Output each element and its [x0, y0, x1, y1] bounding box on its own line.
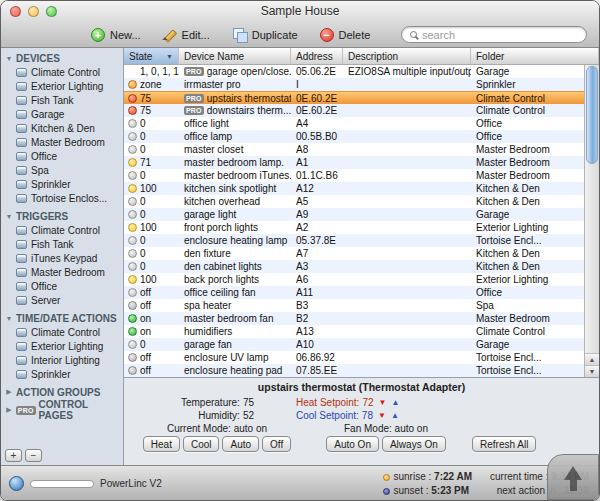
folder-icon [16, 194, 27, 203]
sidebar-item-fish-tank[interactable]: Fish Tank [1, 237, 123, 251]
disclosure-triangle-icon[interactable]: ▼ [5, 55, 13, 62]
cool-setpoint-decrease-icon[interactable]: ▼ [378, 410, 386, 422]
sidebar-item-master-bedroom[interactable]: Master Bedroom [1, 265, 123, 279]
device-name: den cabinet lights [184, 260, 262, 273]
table-row[interactable]: offenclosure UV lamp06.86.92Tortoise Enc… [124, 351, 584, 364]
scrollbar-thumb[interactable] [586, 66, 598, 164]
close-button[interactable] [10, 6, 21, 17]
column-header-folder[interactable]: Folder [471, 48, 599, 64]
column-header-device-name[interactable]: Device Name [179, 48, 291, 64]
search-field[interactable] [401, 26, 587, 43]
sidebar-item-sprinkler[interactable]: Sprinkler [1, 367, 123, 381]
sidebar-item-itunes-keypad[interactable]: iTunes Keypad [1, 251, 123, 265]
sidebar-section-triggers[interactable]: ▼TRIGGERS [1, 209, 123, 223]
device-name: garage light [184, 208, 236, 221]
window-chrome: Sample House + New... Edit... Duplicate … [1, 1, 599, 48]
table-row[interactable]: offoffice ceiling fanA11Office [124, 286, 584, 299]
sidebar-item-exterior-lighting[interactable]: Exterior Lighting [1, 339, 123, 353]
sidebar-item-sprinkler[interactable]: Sprinkler [1, 177, 123, 191]
edit-button[interactable]: Edit... [163, 28, 210, 42]
delete-button[interactable]: − Delete [320, 28, 371, 42]
address-cell: 07.85.EE [291, 364, 343, 377]
sidebar-item-fish-tank[interactable]: Fish Tank [1, 93, 123, 107]
titlebar[interactable]: Sample House [1, 1, 599, 22]
table-row[interactable]: 100front porch lightsA2Exterior Lighting [124, 221, 584, 234]
table-row[interactable]: 0den cabinet lightsA3Kitchen & Den [124, 260, 584, 273]
disclosure-triangle-icon[interactable]: ▶ [5, 406, 13, 414]
disclosure-triangle-icon[interactable]: ▼ [5, 213, 13, 220]
sidebar-item-interior-lighting[interactable]: Interior Lighting [1, 353, 123, 367]
bulb-on-icon [128, 275, 137, 284]
disclosure-triangle-icon[interactable]: ▼ [5, 315, 13, 322]
column-header-address[interactable]: Address [291, 48, 343, 64]
sidebar-section-control-pages[interactable]: ▶PROCONTROL PAGES [1, 403, 123, 417]
fan-button-auto-on[interactable]: Auto On [326, 436, 379, 452]
detail-title: upstairs thermostat (Thermostat Adapter) [124, 381, 599, 393]
mode-button-auto[interactable]: Auto [222, 436, 259, 452]
remove-folder-button[interactable]: − [25, 449, 42, 462]
sidebar-item-master-bedroom[interactable]: Master Bedroom [1, 135, 123, 149]
table-row[interactable]: zoneirrmaster proISprinkler [124, 78, 584, 91]
table-row[interactable]: 0garage fanA10Garage [124, 338, 584, 351]
search-input[interactable] [422, 29, 578, 41]
heat-setpoint-decrease-icon[interactable]: ▼ [379, 397, 387, 409]
scroll-down-button[interactable]: ▼ [585, 365, 599, 377]
new-button[interactable]: + New... [91, 28, 141, 42]
vertical-scrollbar[interactable]: ▲ ▼ [584, 65, 599, 377]
sunrise-label: sunrise : [394, 471, 432, 482]
heat-setpoint-increase-icon[interactable]: ▲ [391, 397, 399, 409]
sidebar-item-climate-control[interactable]: Climate Control [1, 325, 123, 339]
column-header-state[interactable]: State ▼ [124, 48, 179, 64]
sidebar-section-time-date-actions[interactable]: ▼TIME/DATE ACTIONS [1, 311, 123, 325]
cool-setpoint-increase-icon[interactable]: ▲ [391, 410, 399, 422]
scroll-up-button[interactable]: ▲ [585, 353, 599, 365]
mode-button-off[interactable]: Off [262, 436, 291, 452]
sidebar-item-office[interactable]: Office [1, 149, 123, 163]
table-row[interactable]: offenclosure heating pad07.85.EETortoise… [124, 364, 584, 377]
table-row[interactable]: 75PROupstairs thermostat0E.60.2EClimate … [124, 91, 584, 104]
fan-button-always-on[interactable]: Always On [382, 436, 446, 452]
table-row[interactable]: offspa heaterB3Spa [124, 299, 584, 312]
sidebar-section-action-groups[interactable]: ▶ACTION GROUPS [1, 385, 123, 399]
table-row[interactable]: 0office lamp00.5B.B0Office [124, 130, 584, 143]
sidebar-item-climate-control[interactable]: Climate Control [1, 223, 123, 237]
mode-button-heat[interactable]: Heat [143, 436, 180, 452]
sidebar-item-kitchen-den[interactable]: Kitchen & Den [1, 121, 123, 135]
disclosure-triangle-icon[interactable]: ▶ [5, 388, 13, 396]
duplicate-button[interactable]: Duplicate [232, 27, 298, 42]
table-row[interactable]: 0office lightA4Office [124, 117, 584, 130]
mode-button-cool[interactable]: Cool [183, 436, 220, 452]
table-row[interactable]: 1, 0, 1, 1PROgarage open/close...05.06.2… [124, 65, 584, 78]
minimize-button[interactable] [28, 6, 39, 17]
table-row[interactable]: 71master bedroom lamp.A1Master Bedroom [124, 156, 584, 169]
table-row[interactable]: 0den fixtureA7Kitchen & Den [124, 247, 584, 260]
main-area: ▼DEVICESClimate ControlExterior Lighting… [1, 48, 599, 465]
sidebar-item-spa[interactable]: Spa [1, 163, 123, 177]
table-row[interactable]: 0garage lightA9Garage [124, 208, 584, 221]
toolbar: + New... Edit... Duplicate − Delete [1, 22, 599, 47]
table-row[interactable]: 75PROdownstairs therm...0E.60.2EClimate … [124, 104, 584, 117]
bulb-off-icon [128, 171, 137, 180]
sidebar-item-garage[interactable]: Garage [1, 107, 123, 121]
sidebar-item-office[interactable]: Office [1, 279, 123, 293]
sidebar-section-devices[interactable]: ▼DEVICES [1, 51, 123, 65]
sidebar-item-tortoise-enclos[interactable]: Tortoise Enclos... [1, 191, 123, 205]
sidebar-item-exterior-lighting[interactable]: Exterior Lighting [1, 79, 123, 93]
device-name: den fixture [184, 247, 231, 260]
column-header-description[interactable]: Description [343, 48, 471, 64]
sidebar-item-server[interactable]: Server [1, 293, 123, 307]
sidebar-item-climate-control[interactable]: Climate Control [1, 65, 123, 79]
state-value: 0 [140, 208, 146, 221]
state-value: 0 [140, 195, 146, 208]
zoom-button[interactable] [46, 6, 57, 17]
table-row[interactable]: 0kitchen overheadA5Kitchen & Den [124, 195, 584, 208]
table-row[interactable]: 100back porch lightsA6Exterior Lighting [124, 273, 584, 286]
refresh-all-button[interactable]: Refresh All [472, 436, 536, 452]
table-row[interactable]: 100kitchen sink spotlightA12Kitchen & De… [124, 182, 584, 195]
add-folder-button[interactable]: + [5, 449, 22, 462]
table-row[interactable]: 0master closetA8Master Bedroom [124, 143, 584, 156]
table-row[interactable]: 0master bedroom iTunes...01.1C.B6Master … [124, 169, 584, 182]
table-row[interactable]: onhumidifiersA13Climate Control [124, 325, 584, 338]
table-row[interactable]: onmaster bedroom fanB2Master Bedroom [124, 312, 584, 325]
table-row[interactable]: 0enclosure heating lamp05.37.8ETortoise … [124, 234, 584, 247]
